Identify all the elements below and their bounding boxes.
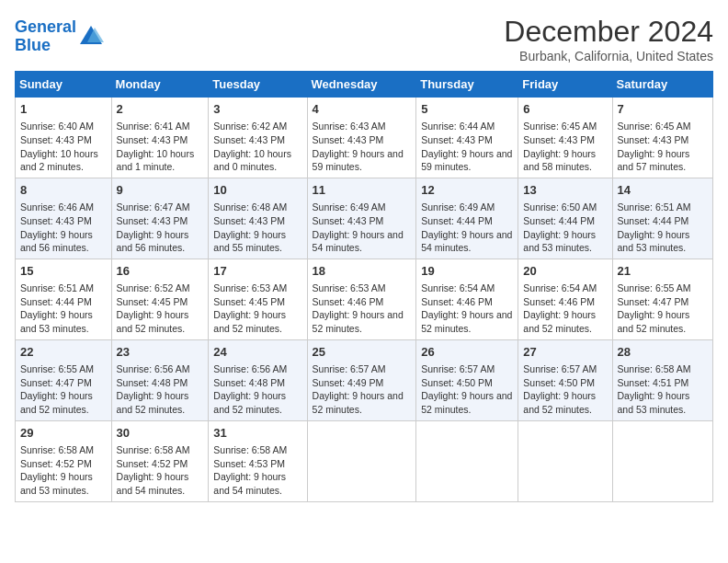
month-title: December 2024 (504, 15, 713, 49)
sunrise-label: Sunrise: 6:51 AM (20, 282, 94, 293)
sunrise-label: Sunrise: 6:58 AM (117, 444, 190, 455)
weekday-header-sunday: Sunday (16, 72, 112, 98)
daylight-label: Daylight: 9 hours and 52 minutes. (313, 309, 404, 334)
sunset-label: Sunset: 4:53 PM (213, 458, 285, 469)
daylight-label: Daylight: 9 hours and 54 minutes. (117, 471, 189, 496)
daylight-label: Daylight: 9 hours and 52 minutes. (618, 309, 690, 334)
weekday-header-tuesday: Tuesday (209, 72, 307, 98)
sunset-label: Sunset: 4:47 PM (20, 377, 92, 388)
sunrise-label: Sunrise: 6:54 AM (523, 282, 597, 293)
sunrise-label: Sunrise: 6:41 AM (117, 121, 190, 132)
logo: General Blue (15, 18, 104, 55)
day-number: 8 (20, 182, 107, 199)
sunrise-label: Sunrise: 6:55 AM (618, 282, 691, 293)
daylight-label: Daylight: 9 hours and 52 minutes. (20, 390, 93, 415)
calendar-cell: 13Sunrise: 6:50 AMSunset: 4:44 PMDayligh… (518, 178, 612, 259)
day-number: 4 (313, 101, 412, 118)
day-number: 9 (117, 182, 204, 199)
sunset-label: Sunset: 4:43 PM (20, 215, 92, 226)
day-number: 21 (618, 263, 708, 280)
daylight-label: Daylight: 9 hours and 56 minutes. (117, 229, 189, 254)
sunset-label: Sunset: 4:50 PM (523, 377, 595, 388)
day-number: 7 (618, 101, 708, 118)
logo-icon (78, 24, 104, 50)
sunset-label: Sunset: 4:47 PM (618, 296, 689, 307)
daylight-label: Daylight: 9 hours and 58 minutes. (523, 148, 596, 173)
calendar-cell: 12Sunrise: 6:49 AMSunset: 4:44 PMDayligh… (416, 178, 518, 259)
daylight-label: Daylight: 9 hours and 53 minutes. (20, 471, 93, 496)
sunrise-label: Sunrise: 6:45 AM (618, 121, 691, 132)
sunset-label: Sunset: 4:46 PM (313, 296, 384, 307)
sunset-label: Sunset: 4:48 PM (117, 377, 188, 388)
sunrise-label: Sunrise: 6:58 AM (213, 444, 287, 455)
sunrise-label: Sunrise: 6:42 AM (213, 121, 287, 132)
day-number: 11 (313, 182, 412, 199)
daylight-label: Daylight: 10 hours and 1 minute. (117, 148, 195, 173)
calendar-cell: 2Sunrise: 6:41 AMSunset: 4:43 PMDaylight… (111, 98, 209, 178)
sunrise-label: Sunrise: 6:43 AM (313, 121, 386, 132)
daylight-label: Daylight: 9 hours and 52 minutes. (421, 390, 512, 415)
daylight-label: Daylight: 9 hours and 53 minutes. (618, 390, 690, 415)
calendar-cell (416, 420, 518, 501)
calendar-cell: 25Sunrise: 6:57 AMSunset: 4:49 PMDayligh… (307, 339, 416, 420)
calendar-cell: 26Sunrise: 6:57 AMSunset: 4:50 PMDayligh… (416, 339, 518, 420)
title-block: December 2024 Burbank, California, Unite… (504, 15, 713, 63)
calendar-cell (307, 420, 416, 501)
day-number: 3 (213, 101, 301, 118)
calendar-cell: 15Sunrise: 6:51 AMSunset: 4:44 PMDayligh… (16, 259, 112, 339)
sunrise-label: Sunrise: 6:54 AM (421, 282, 495, 293)
day-number: 26 (421, 344, 513, 361)
daylight-label: Daylight: 9 hours and 52 minutes. (117, 390, 189, 415)
day-number: 13 (523, 182, 607, 199)
daylight-label: Daylight: 9 hours and 54 minutes. (421, 229, 512, 254)
sunset-label: Sunset: 4:44 PM (421, 215, 493, 226)
sunrise-label: Sunrise: 6:58 AM (20, 444, 94, 455)
sunset-label: Sunset: 4:43 PM (313, 215, 384, 226)
sunrise-label: Sunrise: 6:46 AM (20, 201, 94, 213)
day-number: 24 (213, 344, 301, 361)
calendar-cell: 31Sunrise: 6:58 AMSunset: 4:53 PMDayligh… (209, 420, 307, 501)
sunrise-label: Sunrise: 6:58 AM (618, 363, 691, 374)
week-row-3: 15Sunrise: 6:51 AMSunset: 4:44 PMDayligh… (16, 259, 713, 339)
day-number: 10 (213, 182, 301, 199)
sunrise-label: Sunrise: 6:40 AM (20, 121, 94, 132)
day-number: 27 (523, 344, 607, 361)
sunset-label: Sunset: 4:43 PM (523, 134, 595, 145)
calendar-cell: 5Sunrise: 6:44 AMSunset: 4:43 PMDaylight… (416, 98, 518, 178)
calendar-cell: 28Sunrise: 6:58 AMSunset: 4:51 PMDayligh… (612, 339, 712, 420)
page-header: General Blue December 2024 Burbank, Cali… (15, 15, 713, 63)
calendar-cell: 20Sunrise: 6:54 AMSunset: 4:46 PMDayligh… (518, 259, 612, 339)
sunrise-label: Sunrise: 6:49 AM (421, 201, 495, 213)
calendar-cell: 23Sunrise: 6:56 AMSunset: 4:48 PMDayligh… (111, 339, 209, 420)
sunset-label: Sunset: 4:50 PM (421, 377, 493, 388)
day-number: 18 (313, 263, 412, 280)
sunset-label: Sunset: 4:43 PM (313, 134, 384, 145)
weekday-header-row: SundayMondayTuesdayWednesdayThursdayFrid… (16, 72, 713, 98)
calendar-cell: 3Sunrise: 6:42 AMSunset: 4:43 PMDaylight… (209, 98, 307, 178)
sunrise-label: Sunrise: 6:47 AM (117, 201, 190, 213)
day-number: 28 (618, 344, 708, 361)
weekday-header-wednesday: Wednesday (307, 72, 416, 98)
logo-text: General Blue (15, 18, 76, 55)
calendar-cell: 4Sunrise: 6:43 AMSunset: 4:43 PMDaylight… (307, 98, 416, 178)
day-number: 6 (523, 101, 607, 118)
sunset-label: Sunset: 4:43 PM (20, 134, 92, 145)
sunset-label: Sunset: 4:51 PM (618, 377, 689, 388)
day-number: 5 (421, 101, 513, 118)
sunset-label: Sunset: 4:45 PM (117, 296, 188, 307)
day-number: 23 (117, 344, 204, 361)
sunrise-label: Sunrise: 6:56 AM (117, 363, 190, 374)
sunrise-label: Sunrise: 6:44 AM (421, 121, 495, 132)
calendar-cell (612, 420, 712, 501)
sunset-label: Sunset: 4:49 PM (313, 377, 384, 388)
daylight-label: Daylight: 9 hours and 52 minutes. (313, 390, 404, 415)
sunset-label: Sunset: 4:48 PM (213, 377, 285, 388)
sunrise-label: Sunrise: 6:55 AM (20, 363, 94, 374)
calendar-cell: 11Sunrise: 6:49 AMSunset: 4:43 PMDayligh… (307, 178, 416, 259)
sunrise-label: Sunrise: 6:53 AM (213, 282, 287, 293)
calendar-cell (518, 420, 612, 501)
calendar-cell: 8Sunrise: 6:46 AMSunset: 4:43 PMDaylight… (16, 178, 112, 259)
daylight-label: Daylight: 9 hours and 54 minutes. (213, 471, 286, 496)
sunrise-label: Sunrise: 6:51 AM (618, 201, 691, 213)
calendar-cell: 27Sunrise: 6:57 AMSunset: 4:50 PMDayligh… (518, 339, 612, 420)
